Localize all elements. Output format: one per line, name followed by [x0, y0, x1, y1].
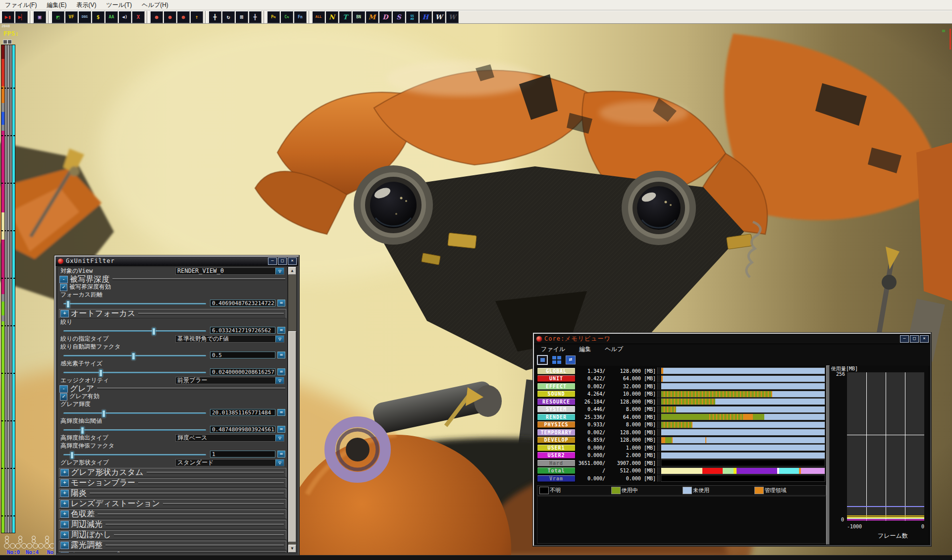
pool-label-PHYSICS[interactable]: PHYSICS — [537, 421, 576, 428]
slider-track[interactable] — [63, 412, 206, 414]
value-field[interactable]: 0.5 — [210, 352, 275, 358]
param-dropdown[interactable]: 基準視野角でのF値▽ — [175, 335, 284, 343]
pool-label-USER2[interactable]: USER2 — [537, 452, 576, 459]
layer-w-icon[interactable]: W — [432, 11, 445, 23]
checkbox[interactable]: ✓ — [60, 284, 67, 291]
pool-label-TEMPORARY[interactable]: TEMPORARY — [537, 429, 576, 436]
record-1-icon[interactable]: ● — [150, 11, 163, 23]
vf-icon[interactable]: VF — [65, 11, 78, 23]
aa-icon[interactable]: AA — [105, 11, 118, 23]
expand-icon[interactable]: + — [60, 469, 69, 476]
equals-button[interactable]: = — [277, 352, 285, 358]
layer-w2-icon[interactable]: W — [446, 11, 459, 23]
layer-ssao-icon[interactable]: SS AO — [406, 11, 419, 23]
gxunitfilter-titlebar[interactable]: GxUnitFilter – □ × — [55, 256, 298, 266]
layer-h-icon[interactable]: H — [419, 11, 432, 23]
equals-button[interactable]: = — [277, 300, 285, 306]
slider-track[interactable] — [63, 454, 206, 456]
layer-m-icon[interactable]: M — [366, 11, 378, 23]
group-グレア[interactable]: -グレア — [58, 385, 287, 393]
scroll-thumb[interactable] — [288, 331, 296, 542]
chevron-down-icon[interactable]: ▽ — [275, 459, 284, 466]
minimize-button[interactable]: – — [268, 257, 277, 265]
pool-label-EFFECT[interactable]: EFFECT — [537, 383, 576, 390]
pool-label-UNIT[interactable]: UNIT — [537, 375, 576, 382]
slider-thumb[interactable] — [81, 427, 84, 434]
layer-s-icon[interactable]: S — [392, 11, 405, 23]
move-alt-icon[interactable]: ╋ — [249, 11, 262, 23]
step-forward-icon[interactable]: ▶▏ — [15, 11, 28, 23]
grid-view-icon[interactable] — [552, 356, 561, 364]
group-周辺ぼかし[interactable]: +周辺ぼかし — [59, 530, 286, 540]
menu-item-3[interactable]: ツール(T) — [101, 0, 137, 10]
chevron-down-icon[interactable]: ▽ — [275, 435, 284, 441]
memory-viewer-titlebar[interactable]: Core:メモリビューワ – □ × — [534, 334, 930, 344]
param-dropdown[interactable]: 輝度ベース▽ — [175, 434, 284, 442]
speaker-icon[interactable]: ◀) — [118, 11, 131, 23]
expand-icon[interactable]: + — [60, 500, 69, 508]
group-被写界深度[interactable]: -被写界深度 — [58, 275, 287, 283]
value-field[interactable]: 0.48748099803924561 — [210, 426, 275, 433]
slider-thumb[interactable] — [152, 328, 156, 335]
memory-menu-item-1[interactable]: 編集 — [572, 345, 598, 354]
collapse-icon[interactable]: - — [59, 385, 68, 393]
slider-thumb[interactable] — [99, 369, 103, 377]
scroll-up-button[interactable]: ▲ — [288, 267, 296, 275]
group-露光調整[interactable]: +露光調整 — [59, 541, 286, 550]
chevron-down-icon[interactable]: ▽ — [275, 336, 284, 342]
expand-icon[interactable]: + — [60, 552, 69, 553]
group-トーンマップ[interactable]: +トーンマップ — [59, 551, 286, 553]
value-field[interactable]: 6.0332412719726562 — [210, 327, 275, 334]
menu-item-4[interactable]: ヘルプ(H) — [137, 0, 173, 10]
menu-item-0[interactable]: ファイル(F) — [0, 0, 42, 10]
filter-scrollbar[interactable]: ▲ ▼ — [288, 266, 297, 553]
slider-thumb[interactable] — [102, 410, 106, 417]
value-field[interactable]: 0.02400000208616257 — [210, 368, 275, 375]
equals-button[interactable]: = — [277, 409, 285, 416]
pool-label-DEVELOP[interactable]: DEVELOP — [537, 436, 576, 444]
maximize-button[interactable]: □ — [910, 335, 919, 343]
slider-track[interactable] — [63, 429, 206, 431]
record-2-icon[interactable]: ● — [163, 11, 176, 23]
slider-thumb[interactable] — [132, 353, 135, 360]
close-button[interactable]: × — [920, 335, 929, 343]
param-dropdown[interactable]: スタンダード▽ — [175, 459, 284, 466]
value-field[interactable]: 20.013851165771484 — [210, 409, 275, 416]
slider-thumb[interactable] — [66, 301, 70, 308]
pool-label-Vram[interactable]: Vram — [537, 475, 576, 482]
slider-track[interactable] — [63, 355, 206, 356]
move-icon[interactable]: ╋ — [209, 11, 221, 23]
new-window-icon[interactable]: ▣ — [33, 11, 46, 23]
value-field[interactable]: 1 — [210, 451, 275, 458]
layer-t-icon[interactable]: T — [339, 11, 352, 23]
group-グレア形状カスタム[interactable]: +グレア形状カスタム — [59, 468, 286, 477]
layer-bn-icon[interactable]: BN — [352, 11, 365, 23]
dbg-icon[interactable]: DBG — [78, 11, 91, 23]
group-オートフォーカス[interactable]: +オートフォーカス — [59, 309, 286, 318]
close-button[interactable]: × — [288, 257, 297, 265]
menu-item-1[interactable]: 編集(E) — [42, 0, 71, 10]
collapse-icon[interactable]: - — [59, 276, 68, 283]
layer-n-icon[interactable]: N — [325, 11, 338, 23]
value-field[interactable]: 0.40690487623214722 — [210, 300, 275, 306]
pool-label-Hard[interactable]: Hard — [537, 459, 576, 467]
minimize-button[interactable]: – — [900, 335, 909, 343]
play-pause-icon[interactable]: ▶▮ — [1, 11, 14, 23]
checkbox[interactable]: ✓ — [60, 393, 67, 401]
pool-label-SYSTEM[interactable]: SYSTEM — [537, 406, 576, 413]
group-モーションブラー[interactable]: +モーションブラー — [59, 478, 286, 488]
chevron-down-icon[interactable]: ▽ — [275, 268, 284, 274]
group-周辺減光[interactable]: +周辺減光 — [59, 520, 286, 529]
pool-label-Total[interactable]: Total — [537, 467, 576, 474]
chevron-down-icon[interactable]: ▽ — [275, 377, 284, 384]
profiler-toggle-a[interactable] — [3, 40, 7, 44]
expand-icon[interactable]: + — [60, 310, 69, 317]
pool-label-SOUND[interactable]: SOUND — [537, 390, 576, 398]
pool-label-RENDER[interactable]: RENDER — [537, 413, 576, 421]
memory-menu-item-2[interactable]: ヘルプ — [598, 345, 630, 354]
scroll-down-button[interactable]: ▼ — [288, 545, 296, 553]
scale-icon[interactable]: ⊠ — [235, 11, 248, 23]
expand-icon[interactable]: + — [60, 531, 69, 539]
expand-icon[interactable]: + — [60, 490, 69, 497]
expand-icon[interactable]: + — [60, 521, 69, 528]
